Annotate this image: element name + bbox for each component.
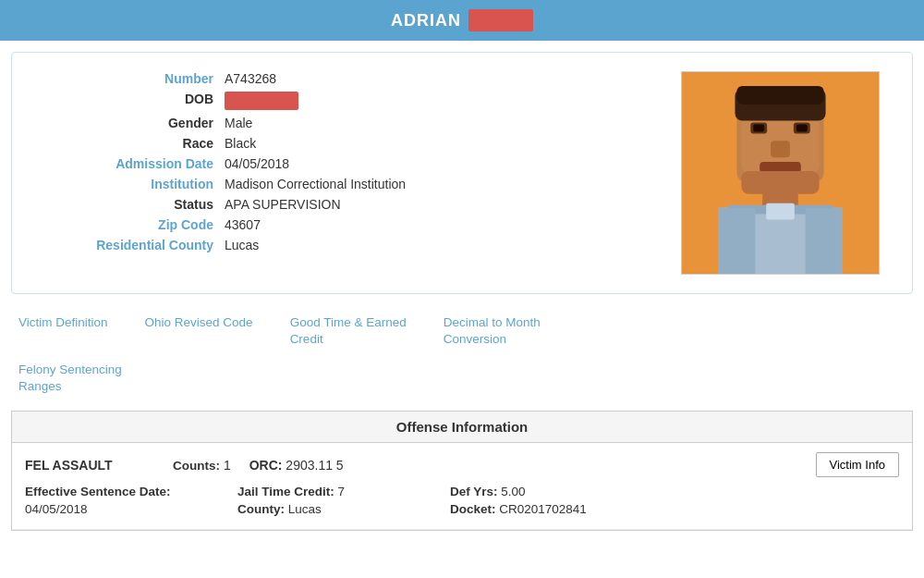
county-value: Lucas [288, 502, 322, 516]
effective-sentence-label: Effective Sentence Date: [25, 485, 171, 498]
link-ohio-revised-code[interactable]: Ohio Revised Code [145, 314, 253, 347]
counts-label: Counts: [173, 459, 220, 473]
zip-code-label: Zip Code [40, 217, 225, 232]
zip-code-row: Zip Code 43607 [40, 217, 663, 232]
svg-rect-17 [766, 203, 795, 220]
county-row: County: Lucas [237, 502, 422, 516]
link-victim-definition[interactable]: Victim Definition [18, 314, 108, 347]
link-decimal-to-month[interactable]: Decimal to MonthConversion [444, 314, 541, 347]
svg-rect-15 [719, 208, 756, 274]
docket-label: Docket: [450, 502, 496, 516]
gender-row: Gender Male [40, 116, 663, 130]
dob-label: DOB [40, 92, 225, 106]
header-first-name: ADRIAN [391, 11, 461, 31]
header-bar: ADRIAN [0, 0, 924, 41]
dob-redacted [225, 92, 298, 110]
effective-sentence-value: 04/05/2018 [25, 502, 88, 516]
race-row: Race Black [40, 136, 663, 151]
svg-rect-16 [806, 208, 843, 274]
effective-sentence-value-row: 04/05/2018 [25, 502, 210, 516]
admission-date-label: Admission Date [40, 156, 225, 171]
offense-section: Offense Information FEL ASSAULT Counts: … [11, 411, 913, 531]
orc-value: 2903.11 5 [286, 458, 343, 473]
residential-county-value: Lucas [225, 238, 259, 252]
institution-value: Madison Correctional Institution [225, 177, 406, 191]
def-yrs-value: 5.00 [501, 485, 525, 498]
info-card: Number A743268 DOB Gender Male Race Blac… [11, 52, 913, 294]
links-section: Victim Definition Ohio Revised Code Good… [0, 305, 924, 362]
orc-label: ORC: [249, 458, 283, 473]
status-row: Status APA SUPERVISION [40, 197, 663, 212]
number-label: Number [40, 71, 225, 86]
header-last-name-redacted [468, 9, 533, 31]
offense-name: FEL ASSAULT [25, 458, 154, 473]
link-felony-sentencing[interactable]: Felony SentencingRanges [18, 363, 122, 393]
docket-row: Docket: CR0201702841 [450, 502, 635, 516]
person-photo-svg [682, 72, 879, 274]
def-yrs-label: Def Yrs: [450, 485, 498, 498]
effective-sentence-col: Effective Sentence Date: 04/05/2018 [25, 485, 210, 520]
jail-time-col: Jail Time Credit: 7 County: Lucas [237, 485, 422, 520]
number-row: Number A743268 [40, 71, 663, 86]
jail-time-credit-row: Jail Time Credit: 7 [237, 485, 422, 498]
victim-info-button[interactable]: Victim Info [816, 452, 899, 477]
institution-label: Institution [40, 177, 225, 191]
info-fields: Number A743268 DOB Gender Male Race Blac… [40, 71, 663, 275]
offense-counts: Counts: 1 [173, 458, 231, 473]
status-value: APA SUPERVISION [225, 197, 341, 212]
status-label: Status [40, 197, 225, 212]
race-label: Race [40, 136, 225, 151]
svg-rect-4 [736, 86, 823, 105]
institution-row: Institution Madison Correctional Institu… [40, 177, 663, 191]
svg-rect-9 [771, 141, 790, 157]
gender-label: Gender [40, 116, 225, 130]
effective-sentence-row: Effective Sentence Date: [25, 485, 210, 498]
svg-rect-8 [796, 124, 808, 131]
zip-code-value: 43607 [225, 217, 261, 232]
person-photo [681, 71, 880, 275]
offense-row-details: Effective Sentence Date: 04/05/2018 Jail… [25, 485, 899, 520]
gender-value: Male [225, 116, 252, 130]
offense-row-top: FEL ASSAULT Counts: 1 ORC: 2903.11 5 Vic… [25, 452, 899, 477]
admission-date-value: 04/05/2018 [225, 156, 289, 171]
offense-orc: ORC: 2903.11 5 [249, 458, 344, 473]
jail-time-label: Jail Time Credit: [237, 485, 334, 498]
counts-value: 1 [224, 458, 231, 473]
offense-row: FEL ASSAULT Counts: 1 ORC: 2903.11 5 Vic… [12, 443, 912, 530]
svg-rect-7 [753, 124, 764, 131]
number-value: A743268 [225, 71, 276, 86]
def-yrs-row: Def Yrs: 5.00 [450, 485, 635, 498]
residential-county-label: Residential County [40, 238, 225, 252]
county-label: County: [237, 502, 285, 516]
jail-time-value: 7 [338, 485, 346, 498]
def-yrs-col: Def Yrs: 5.00 Docket: CR0201702841 [450, 485, 635, 520]
link-good-time-earned[interactable]: Good Time & EarnedCredit [290, 314, 407, 347]
docket-value: CR0201702841 [499, 502, 587, 516]
residential-county-row: Residential County Lucas [40, 238, 663, 252]
race-value: Black [225, 136, 256, 151]
dob-row: DOB [40, 92, 663, 110]
offense-header: Offense Information [12, 412, 912, 443]
photo-area [681, 71, 884, 275]
admission-date-row: Admission Date 04/05/2018 [40, 156, 663, 171]
